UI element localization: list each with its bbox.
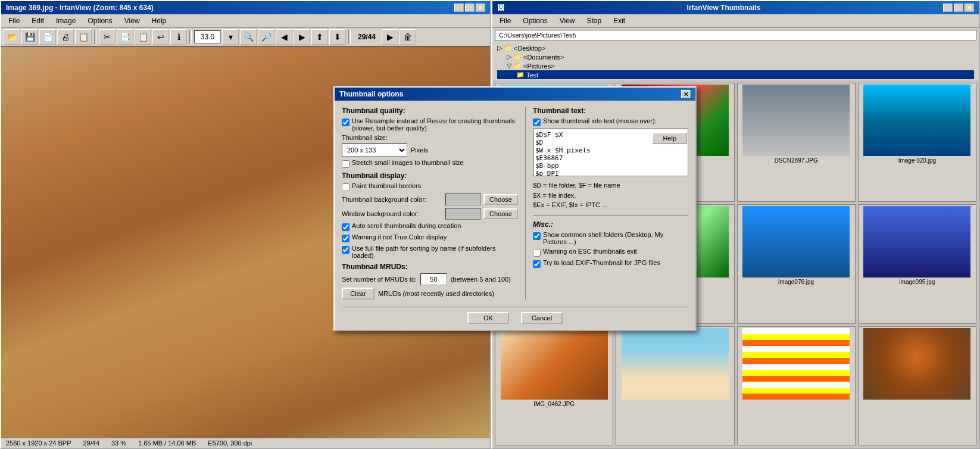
zoom-in-button[interactable]: 🔍 [240,29,257,45]
main-title-buttons: − □ ✕ [454,4,485,12]
stretch-checkbox[interactable] [342,160,349,168]
resample-sublabel: (slower, but better quality) [352,124,515,132]
cut-button[interactable]: ✂ [99,29,116,45]
paint-borders-row: Paint thumbnail borders [342,182,518,191]
thumb-item-9[interactable] [616,326,734,445]
info-button[interactable]: ℹ [170,29,187,45]
warning-color-row: Warning if not True Color display [342,233,518,242]
copy-button[interactable]: 📑 [117,29,133,45]
thumb-title-buttons: − □ ✕ [943,4,974,12]
thumb-item-11[interactable] [858,326,976,445]
quality-section-label: Thumbnail quality: [342,107,518,115]
cancel-button[interactable]: Cancel [521,312,563,324]
resample-checkbox[interactable] [342,119,349,126]
warning-color-checkbox[interactable] [342,235,349,242]
dialog-close-button[interactable]: ✕ [681,90,691,98]
resample-row: Use Resample instead of Resize for creat… [342,117,518,132]
menu-view[interactable]: View [120,15,145,26]
props-button[interactable]: 📋 [75,29,92,45]
thumb-menu-bar: File Options View Stop Exit [492,14,979,28]
close-button[interactable]: ✕ [476,4,485,12]
thumb-item-3[interactable]: Image 020.jpg [858,83,976,202]
maximize-button[interactable]: □ [465,4,475,12]
tree-item-desktop[interactable]: ▷ 📁 <Desktop> [497,43,974,52]
win-bg-color-label: Window background color: [342,210,443,217]
thumb-item-8[interactable]: IMG_0462.JPG [495,326,613,445]
menu-help[interactable]: Help [147,15,171,26]
menu-file[interactable]: File [4,15,24,26]
folder-icon: 📁 [504,44,512,52]
open-button[interactable]: 📂 [4,29,20,45]
tree-item-label: <Documents> [523,54,564,61]
thumb-item-7[interactable]: image095.jpg [858,204,976,325]
mruds-set-label: Set number of MRUDs to: [342,276,417,283]
mruds-range-label: (between 5 and 100) [451,276,511,283]
tree-item-documents[interactable]: ▷ 📁 <Documents> [497,52,974,61]
clear-button[interactable]: Clear [342,288,374,300]
status-camera: E5700, 300 dpi [208,439,252,447]
rotate-down-button[interactable]: ⬇ [329,29,346,45]
tree-expand-icon: ▽ [507,62,511,70]
paint-borders-checkbox[interactable] [342,183,349,191]
help-button[interactable]: Help [652,132,687,144]
zoom-out-button[interactable]: 🔎 [258,29,274,45]
try-load-checkbox[interactable] [533,260,541,268]
warning-esc-row: Warning on ESC thumbnails exit [533,248,688,257]
bg-choose-button[interactable]: Choose [483,194,518,205]
zoom-input[interactable]: 33.0 [194,30,221,43]
paste-button[interactable]: 📋 [135,29,151,45]
auto-scroll-checkbox[interactable] [342,223,349,231]
main-menu-bar: File Edit Image Options View Help [1,14,490,28]
tree-item-test[interactable]: 📁 Test [497,70,974,79]
undo-button[interactable]: ↩ [152,29,169,45]
win-choose-button[interactable]: Choose [483,208,518,219]
toolbar-separator-2 [189,30,192,44]
win-bg-color-swatch [445,208,481,220]
slideshow-button[interactable]: ▶ [382,29,398,45]
ok-button[interactable]: OK [467,312,509,324]
tree-item-pictures[interactable]: ▽ 📁 <Pictures> [497,61,974,70]
bg-color-row: Thumbnail background color: Choose [342,194,518,205]
thumb-label-2: DSCN2897.JPG [775,157,818,164]
tree-expand-icon: ▷ [507,53,511,61]
show-info-checkbox[interactable] [533,119,541,126]
thumb-menu-stop[interactable]: Stop [582,15,607,26]
show-info-row: Show thumbnail info text (mouse over): [533,117,688,126]
rotate-up-button[interactable]: ⬆ [311,29,328,45]
misc-section-label: Misc.: [533,220,688,229]
thumb-close-button[interactable]: ✕ [965,4,974,12]
dialog-title-bar: Thumbnail options ✕ [335,88,695,101]
print-button[interactable]: 🖨 [57,29,74,45]
menu-image[interactable]: Image [51,15,80,26]
thumb-menu-exit[interactable]: Exit [608,15,630,26]
save-as-button[interactable]: 📄 [39,29,56,45]
mruds-value-input[interactable] [420,273,447,285]
next-button[interactable]: ▶ [294,29,310,45]
menu-options[interactable]: Options [83,15,117,26]
show-shell-checkbox[interactable] [533,232,541,240]
size-dropdown[interactable]: 200 x 133 100 x 75 150 x 100 300 x 200 [342,144,407,157]
minimize-button[interactable]: − [454,4,464,12]
thumb-maximize-button[interactable]: □ [954,4,963,12]
thumb-menu-file[interactable]: File [495,15,516,26]
zoom-dropdown-button[interactable]: ▾ [222,29,239,45]
thumb-item-2[interactable]: DSCN2897.JPG [737,83,856,202]
thumb-minimize-button[interactable]: − [943,4,953,12]
show-info-label: Show thumbnail info text (mouse over): [543,117,657,124]
dialog-footer: OK Cancel [342,307,688,324]
prev-button[interactable]: ◀ [276,29,292,45]
full-path-checkbox[interactable] [342,246,349,254]
main-toolbar: 📂 💾 📄 🖨 📋 ✂ 📑 📋 ↩ ℹ 33.0 ▾ 🔍 🔎 ◀ ▶ ⬆ ⬇ 2… [1,28,490,47]
warning-esc-checkbox[interactable] [533,249,541,257]
mruds-clear-row: Clear MRUDs (most recently used director… [342,288,518,300]
menu-edit[interactable]: Edit [27,15,49,26]
thumb-item-6[interactable]: image076.jpg [737,204,856,325]
thumb-menu-view[interactable]: View [555,15,580,26]
thumb-image-2 [742,85,850,156]
thumb-menu-options[interactable]: Options [518,15,552,26]
tree-item-label: <Desktop> [514,45,545,52]
win-bg-color-row: Window background color: Choose [342,208,518,220]
thumb-item-10[interactable] [737,326,856,445]
save-button[interactable]: 💾 [21,29,38,45]
delete-button[interactable]: 🗑 [400,29,416,45]
